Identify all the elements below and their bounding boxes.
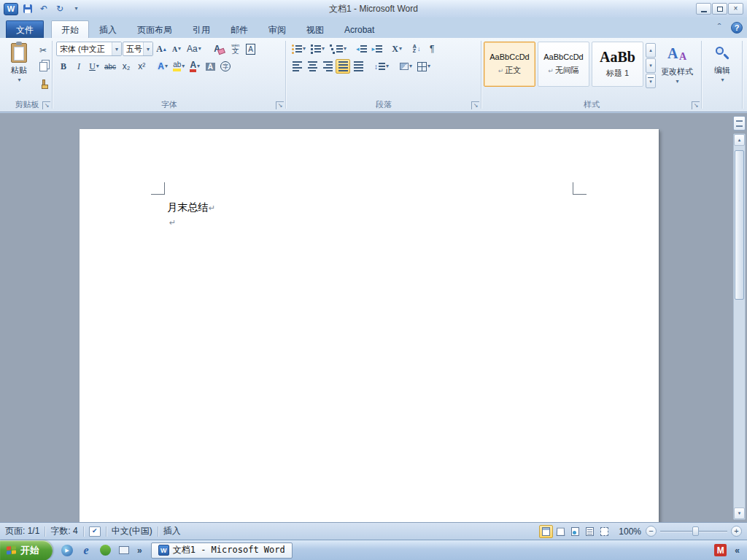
multilevel-list-button[interactable]: ▾ [328, 42, 349, 56]
copy-button[interactable] [36, 59, 50, 74]
align-center-button[interactable] [305, 59, 320, 74]
messenger-icon[interactable] [98, 543, 112, 558]
borders-button[interactable]: ▾ [415, 59, 433, 74]
format-painter-button[interactable] [36, 75, 50, 90]
proofing-status-button[interactable]: ✔ [89, 526, 101, 537]
restore-button[interactable] [712, 3, 727, 15]
bullets-button[interactable]: ▾ [290, 42, 308, 56]
redo-button[interactable]: ↻ [53, 2, 66, 15]
subscript-button[interactable]: x₂ [119, 59, 133, 74]
font-name-select[interactable]: 宋体 (中文正 ▾ [56, 42, 122, 56]
zoom-level[interactable]: 100% [619, 526, 641, 537]
grow-font-button[interactable]: A▴ [154, 42, 169, 56]
minimize-button[interactable] [696, 3, 711, 15]
word-count[interactable]: 字数: 4 [50, 525, 77, 537]
font-size-select[interactable]: 五号 ▾ [123, 42, 153, 56]
ribbon-collapse-icon[interactable]: ˆ [713, 24, 725, 31]
language-indicator[interactable]: 中文(中国) [112, 525, 152, 537]
font-dialog-launcher[interactable]: ↘ [276, 101, 284, 109]
increase-indent-button[interactable]: ▸ [370, 42, 385, 56]
tab-view[interactable]: 视图 [296, 20, 334, 38]
phonetic-guide-button[interactable]: wén文 [228, 42, 243, 56]
decrease-indent-button[interactable]: ◂ [354, 42, 369, 56]
strikethrough-button[interactable]: abc [102, 59, 118, 74]
tab-acrobat[interactable]: Acrobat [334, 20, 384, 38]
change-styles-button[interactable]: AA 更改样式 ▾ [658, 42, 696, 88]
bold-button[interactable]: B [56, 59, 71, 74]
outline-view-button[interactable] [583, 525, 597, 538]
tray-m-icon[interactable]: M [714, 544, 727, 556]
styles-scroll-up-button[interactable]: ▴ [646, 43, 656, 58]
word-logo-icon[interactable]: W [4, 3, 18, 15]
zoom-in-button[interactable]: + [731, 526, 742, 537]
tray-collapse-chevron[interactable]: « [735, 545, 740, 556]
tab-insert[interactable]: 插入 [89, 20, 127, 38]
underline-button[interactable]: U▾ [87, 59, 101, 74]
show-desktop-icon[interactable] [117, 543, 131, 558]
document-empty-line[interactable]: ↵ [169, 217, 176, 228]
start-button[interactable]: 开始 [0, 540, 53, 560]
italic-button[interactable]: I [71, 59, 86, 74]
styles-scroll-down-button[interactable]: ▾ [646, 58, 656, 73]
undo-button[interactable]: ↶ [37, 2, 50, 15]
web-layout-view-button[interactable] [568, 525, 582, 538]
taskbar-window-button[interactable]: W 文档1 - Microsoft Word [151, 542, 293, 559]
tab-home[interactable]: 开始 [51, 20, 89, 38]
editing-button[interactable]: 编辑 ▾ [704, 42, 740, 87]
style-normal[interactable]: AaBbCcDd ↵正文 [484, 42, 535, 87]
full-screen-reading-view-button[interactable] [554, 525, 568, 538]
shrink-font-button[interactable]: A▾ [169, 42, 184, 56]
insert-mode-indicator[interactable]: 插入 [163, 525, 181, 537]
sort-button[interactable]: AZ↓ [409, 42, 424, 56]
title-bar[interactable]: W ↶ ↻ ▾ 文档1 - Microsoft Word × [0, 0, 747, 18]
style-heading-1[interactable]: AaBb 标题 1 [592, 42, 643, 87]
styles-gallery-expand-button[interactable]: ▾ [646, 74, 656, 88]
shading-button[interactable]: ▾ [398, 59, 414, 74]
clear-formatting-button[interactable]: A [210, 42, 225, 56]
asian-layout-button[interactable]: X▾ [390, 42, 404, 56]
text-effects-button[interactable]: A▾ [155, 59, 170, 74]
document-page[interactable]: 月末总结 ↵ ↵ [80, 129, 659, 522]
styles-dialog-launcher[interactable]: ↘ [692, 101, 700, 109]
draft-view-button[interactable] [597, 525, 611, 538]
paragraph-dialog-launcher[interactable]: ↘ [471, 101, 479, 109]
vertical-scrollbar[interactable]: ▴ ▾ [733, 133, 746, 520]
character-shading-button[interactable]: A [203, 59, 217, 74]
enclose-characters-button[interactable]: 字 [218, 59, 233, 74]
zoom-out-button[interactable]: − [646, 526, 657, 537]
media-player-icon[interactable]: ▶ [60, 543, 74, 558]
distribute-button[interactable] [351, 59, 365, 74]
help-icon[interactable]: ? [731, 22, 743, 34]
superscript-button[interactable]: x² [134, 59, 149, 74]
justify-button[interactable] [336, 59, 350, 74]
tab-review[interactable]: 审阅 [258, 20, 296, 38]
save-button[interactable] [21, 2, 34, 15]
page-indicator[interactable]: 页面: 1/1 [5, 525, 39, 537]
scroll-down-button[interactable]: ▾ [734, 508, 745, 519]
show-hide-marks-button[interactable]: ¶ [425, 42, 439, 56]
close-button[interactable]: × [728, 3, 743, 15]
tab-file[interactable]: 文件 [6, 20, 44, 38]
chevron-down-icon[interactable]: ▾ [143, 42, 152, 55]
document-area[interactable]: 月末总结 ↵ ↵ ▴ ▾ [0, 113, 747, 522]
qat-customize-button[interactable]: ▾ [69, 2, 82, 15]
document-heading-line[interactable]: 月末总结 ↵ [167, 201, 215, 214]
zoom-slider[interactable] [660, 526, 727, 537]
internet-explorer-icon[interactable]: e [79, 543, 93, 558]
ruler-toggle-button[interactable] [733, 116, 746, 131]
clipboard-dialog-launcher[interactable]: ↘ [42, 101, 50, 109]
cut-button[interactable]: ✂ [36, 43, 50, 58]
print-layout-view-button[interactable] [539, 525, 553, 538]
character-border-button[interactable]: A [244, 42, 258, 56]
tab-mailings[interactable]: 邮件 [220, 20, 258, 38]
tab-references[interactable]: 引用 [182, 20, 220, 38]
scrollbar-thumb[interactable] [735, 150, 744, 300]
tab-page-layout[interactable]: 页面布局 [127, 20, 182, 38]
align-right-button[interactable] [320, 59, 335, 74]
chevron-down-icon[interactable]: ▾ [112, 42, 121, 55]
font-color-button[interactable]: A▾ [187, 59, 202, 74]
quick-launch-overflow-chevron[interactable]: » [137, 545, 142, 556]
change-case-button[interactable]: Aa▾ [185, 42, 204, 56]
zoom-slider-thumb[interactable] [692, 526, 699, 536]
align-left-button[interactable] [290, 59, 304, 74]
